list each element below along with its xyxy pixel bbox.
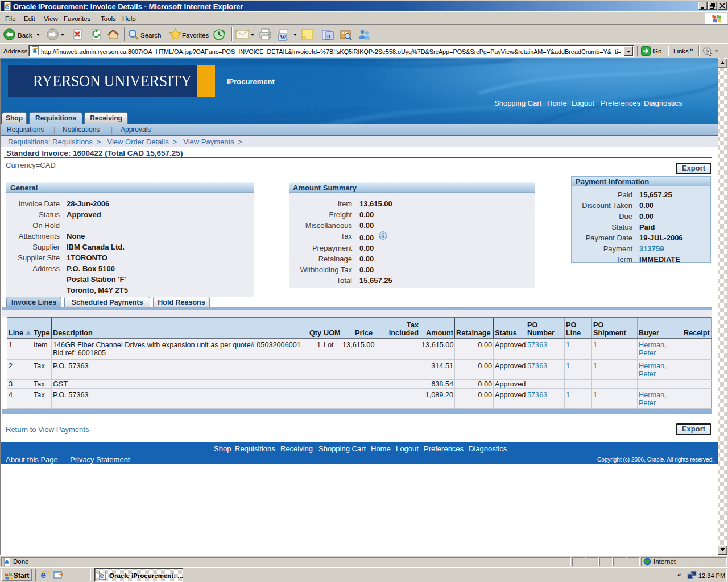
svg-text:W: W — [280, 34, 286, 40]
svg-text:e: e — [33, 47, 37, 55]
svg-text:e: e — [5, 558, 9, 566]
svg-text:n: n — [327, 33, 330, 39]
svg-text:e: e — [100, 571, 104, 580]
svg-text:e: e — [5, 2, 9, 11]
svg-text:e: e — [41, 569, 46, 580]
